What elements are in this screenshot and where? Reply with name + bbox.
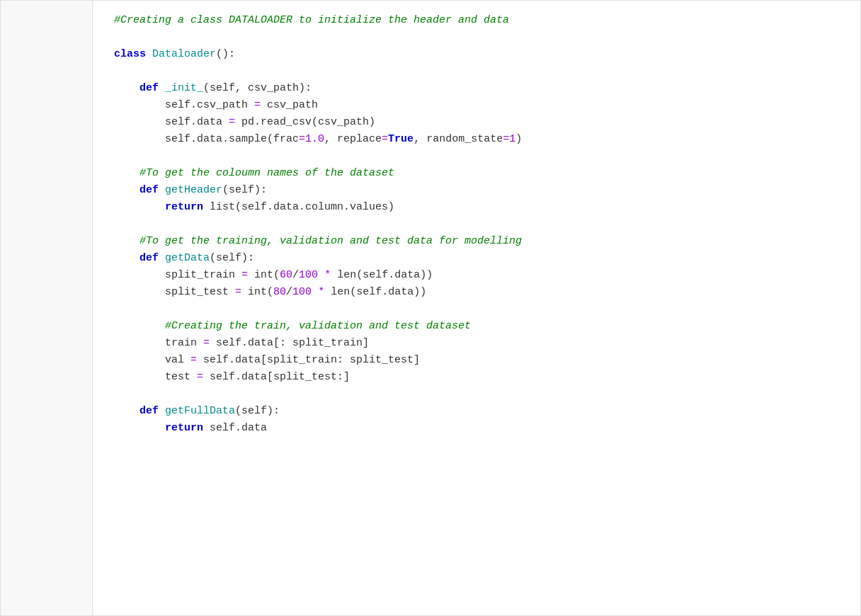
code-token — [312, 286, 318, 298]
code-token: self.data.sample(frac — [114, 133, 299, 145]
code-token: def — [139, 405, 165, 417]
code-token: self.data[split_train: split_test] — [197, 354, 420, 366]
code-token: (self): — [210, 252, 254, 264]
code-token: len(self.data)) — [324, 286, 426, 298]
code-token: int( — [241, 286, 273, 298]
code-token: ) — [515, 133, 522, 145]
blank-line — [114, 148, 846, 165]
code-token — [114, 252, 139, 264]
code-token: = — [382, 133, 388, 145]
code-token: split_train — [114, 269, 241, 281]
code-line: def getFullData(self): — [114, 403, 846, 420]
code-line: self.data = pd.read_csv(csv_path) — [114, 114, 846, 131]
code-line: self.data.sample(frac=1.0, replace=True,… — [114, 131, 846, 148]
blank-line — [114, 29, 846, 46]
code-token: 1 — [509, 133, 515, 145]
code-token: = — [203, 337, 210, 349]
code-token: * — [324, 269, 331, 281]
code-line: def _init_(self, csv_path): — [114, 80, 846, 97]
code-token: , replace — [324, 133, 382, 145]
code-token: 80 — [273, 286, 286, 298]
code-token: (self): — [222, 184, 267, 196]
code-token: def — [139, 82, 165, 94]
code-line: test = self.data[split_test:] — [114, 369, 846, 386]
code-token: _init_ — [165, 82, 203, 94]
code-token: / — [292, 269, 299, 281]
code-token: list(self.data.column.values) — [210, 201, 394, 213]
code-token: csv_path — [261, 99, 318, 111]
blank-line — [114, 301, 846, 318]
code-token: (): — [216, 48, 235, 60]
code-token: self.data[: split_train] — [210, 337, 369, 349]
code-token: = — [235, 286, 241, 298]
code-token: return — [165, 201, 210, 213]
code-token: True — [388, 133, 414, 145]
code-line: split_test = int(80/100 * len(self.data)… — [114, 284, 846, 301]
code-token: def — [139, 184, 165, 196]
code-line: return self.data — [114, 420, 846, 437]
code-token: = — [299, 133, 305, 145]
code-token: def — [139, 252, 165, 264]
code-comment: #Creating the train, validation and test… — [114, 318, 846, 335]
code-line: class Dataloader(): — [114, 46, 846, 63]
code-token: getData — [165, 252, 210, 264]
blank-line — [114, 63, 846, 80]
code-token: / — [286, 286, 292, 298]
code-line: def getHeader(self): — [114, 182, 846, 199]
code-token: = — [241, 269, 248, 281]
code-token — [114, 82, 139, 94]
code-token: (self): — [235, 405, 280, 417]
code-token: test — [114, 371, 197, 383]
code-token: self.data — [210, 422, 267, 434]
code-token: 100 — [292, 286, 312, 298]
code-token: = — [190, 354, 197, 366]
code-line: def getData(self): — [114, 250, 846, 267]
code-token: getHeader — [165, 184, 222, 196]
code-token: self.data — [114, 116, 229, 128]
code-token: return — [165, 422, 210, 434]
code-token: , random_state — [414, 133, 503, 145]
code-token: pd.read_csv(csv_path) — [235, 116, 375, 128]
code-line: train = self.data[: split_train] — [114, 335, 846, 352]
code-token: * — [318, 286, 324, 298]
code-token: self.data[split_test:] — [203, 371, 350, 383]
code-token: int( — [248, 269, 280, 281]
cell-label — [1, 1, 93, 615]
notebook-cell: #Creating a class DATALOADER to initiali… — [0, 0, 861, 616]
code-token — [114, 201, 165, 213]
code-token: = — [503, 133, 509, 145]
code-token: len(self.data)) — [331, 269, 433, 281]
code-token: class — [114, 48, 152, 60]
code-token — [114, 405, 139, 417]
code-line: return list(self.data.column.values) — [114, 199, 846, 216]
blank-line — [114, 386, 846, 403]
code-token: = — [197, 371, 203, 383]
code-token: 1.0 — [305, 133, 324, 145]
code-token: self.csv_path — [114, 99, 254, 111]
code-token: 100 — [299, 269, 318, 281]
code-line: self.csv_path = csv_path — [114, 97, 846, 114]
code-token: val — [114, 354, 190, 366]
code-token: (self, csv_path): — [203, 82, 312, 94]
code-token: Dataloader — [152, 48, 216, 60]
code-token: train — [114, 337, 203, 349]
code-token: = — [254, 99, 261, 111]
code-token: = — [229, 116, 235, 128]
code-token — [114, 184, 139, 196]
code-token: getFullData — [165, 405, 235, 417]
code-line: val = self.data[split_train: split_test] — [114, 352, 846, 369]
blank-line — [114, 216, 846, 233]
code-comment: #To get the coloumn names of the dataset — [114, 165, 846, 182]
code-line: split_train = int(60/100 * len(self.data… — [114, 267, 846, 284]
code-token — [114, 422, 165, 434]
code-comment: #To get the training, validation and tes… — [114, 233, 846, 250]
code-token: split_test — [114, 286, 235, 298]
cell-content: #Creating a class DATALOADER to initiali… — [93, 1, 860, 615]
code-token — [318, 269, 324, 281]
code-comment: #Creating a class DATALOADER to initiali… — [114, 12, 846, 29]
code-token: 60 — [280, 269, 292, 281]
